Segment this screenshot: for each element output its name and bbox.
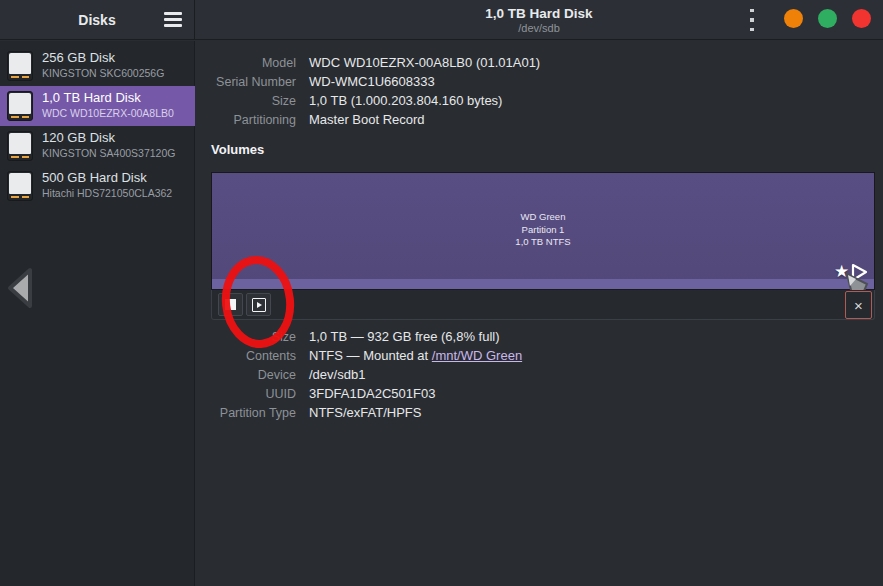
volume-info-row: Device /dev/sdb1 bbox=[196, 365, 522, 384]
sidebar-item-120gb-disk[interactable]: 120 GB Disk KINGSTON SA400S37120G bbox=[0, 126, 195, 166]
sidebar-header: Disks bbox=[0, 0, 195, 40]
info-label: Partition Type bbox=[196, 406, 296, 420]
volume-info-row: Contents NTFS — Mounted at /mnt/WD Green bbox=[196, 346, 522, 365]
disk-sidebar: 256 GB Disk KINGSTON SKC600256G 1,0 TB H… bbox=[0, 41, 195, 586]
header-title: 1,0 TB Hard Disk bbox=[485, 6, 592, 22]
drive-info-row: Model WDC WD10EZRX-00A8LB0 (01.01A01) bbox=[196, 53, 540, 72]
hamburger-menu-icon[interactable] bbox=[164, 12, 182, 27]
sidebar-item-1tb-hard-disk[interactable]: 1,0 TB Hard Disk WDC WD10EZRX-00A8LB0 bbox=[0, 86, 195, 126]
volumes-heading: Volumes bbox=[211, 142, 264, 157]
sidebar-item-256gb-disk[interactable]: 256 GB Disk KINGSTON SKC600256G bbox=[0, 46, 195, 86]
volume-info-row: UUID 3FDFA1DA2C501F03 bbox=[196, 384, 522, 403]
info-value: /dev/sdb1 bbox=[309, 367, 365, 382]
info-value: Master Boot Record bbox=[309, 112, 425, 127]
partition-size-fs: 1,0 TB NTFS bbox=[212, 236, 874, 249]
info-value: WDC WD10EZRX-00A8LB0 (01.01A01) bbox=[309, 55, 540, 70]
sidebar-item-500gb-hard-disk[interactable]: 500 GB Hard Disk Hitachi HDS721050CLA362 bbox=[0, 166, 195, 206]
hard-disk-icon bbox=[7, 171, 33, 201]
stop-icon bbox=[225, 299, 236, 310]
drive-info-grid: Model WDC WD10EZRX-00A8LB0 (01.01A01) Se… bbox=[196, 53, 540, 129]
info-label: Size bbox=[196, 330, 296, 344]
volume-info-grid: Size 1,0 TB — 932 GB free (6,8% full) Co… bbox=[196, 327, 522, 422]
info-label: Size bbox=[196, 94, 296, 108]
window-maximize-button[interactable] bbox=[818, 9, 837, 28]
info-value: NTFS/exFAT/HPFS bbox=[309, 405, 421, 420]
window-minimize-button[interactable] bbox=[784, 9, 803, 28]
disk-title: 120 GB Disk bbox=[42, 130, 115, 145]
mount-point-link[interactable]: /mnt/WD Green bbox=[432, 348, 522, 363]
info-label: Partitioning bbox=[196, 113, 296, 127]
info-label: Model bbox=[196, 56, 296, 70]
info-label: UUID bbox=[196, 387, 296, 401]
drive-info-row: Serial Number WD-WMC1U6608333 bbox=[196, 72, 540, 91]
hard-disk-icon bbox=[7, 51, 33, 81]
drive-info-row: Partitioning Master Boot Record bbox=[196, 110, 540, 129]
nav-back-arrow-icon[interactable] bbox=[6, 266, 34, 310]
close-icon: × bbox=[854, 297, 863, 314]
contents-text: NTFS — Mounted at bbox=[309, 348, 432, 363]
disk-subtitle: KINGSTON SKC600256G bbox=[42, 67, 164, 79]
partition-name: WD Green bbox=[212, 211, 874, 224]
volume-info-row: Partition Type NTFS/exFAT/HPFS bbox=[196, 403, 522, 422]
info-label: Serial Number bbox=[196, 75, 296, 89]
header-title-area: 1,0 TB Hard Disk /dev/sdb bbox=[195, 0, 883, 40]
window-close-button[interactable] bbox=[852, 9, 871, 28]
disk-title: 500 GB Hard Disk bbox=[42, 170, 147, 185]
disk-subtitle: WDC WD10EZRX-00A8LB0 bbox=[42, 107, 174, 119]
info-value: NTFS — Mounted at /mnt/WD Green bbox=[309, 348, 522, 363]
partition-usage-strip bbox=[212, 279, 874, 289]
disk-list: 256 GB Disk KINGSTON SKC600256G 1,0 TB H… bbox=[0, 46, 194, 206]
partition-label: WD Green Partition 1 1,0 TB NTFS bbox=[212, 211, 874, 249]
info-label: Device bbox=[196, 368, 296, 382]
info-label: Contents bbox=[196, 349, 296, 363]
disk-subtitle: Hitachi HDS721050CLA362 bbox=[42, 187, 172, 199]
hard-disk-icon bbox=[7, 91, 33, 121]
partition-number: Partition 1 bbox=[212, 224, 874, 237]
info-value: 1,0 TB (1.000.203.804.160 bytes) bbox=[309, 93, 502, 108]
kebab-menu-icon[interactable] bbox=[745, 9, 759, 31]
boxed-play-icon bbox=[252, 298, 266, 312]
header-subtitle: /dev/sdb bbox=[518, 22, 560, 35]
volume-toolbar bbox=[211, 290, 875, 320]
disk-subtitle: KINGSTON SA400S37120G bbox=[42, 147, 175, 159]
drive-info-row: Size 1,0 TB (1.000.203.804.160 bytes) bbox=[196, 91, 540, 110]
partition-options-button[interactable] bbox=[246, 293, 271, 316]
hard-disk-icon bbox=[7, 131, 33, 161]
close-overlay-button[interactable]: × bbox=[845, 291, 872, 319]
partition-block[interactable]: WD Green Partition 1 1,0 TB NTFS bbox=[211, 172, 875, 290]
info-value: 1,0 TB — 932 GB free (6,8% full) bbox=[309, 329, 500, 344]
unmount-button[interactable] bbox=[218, 293, 243, 316]
info-value: 3FDFA1DA2C501F03 bbox=[309, 386, 435, 401]
volume-info-row: Size 1,0 TB — 932 GB free (6,8% full) bbox=[196, 327, 522, 346]
headerbar: Disks 1,0 TB Hard Disk /dev/sdb bbox=[0, 0, 883, 40]
info-value: WD-WMC1U6608333 bbox=[309, 74, 435, 89]
disk-title: 256 GB Disk bbox=[42, 50, 115, 65]
disk-title: 1,0 TB Hard Disk bbox=[42, 90, 141, 105]
app-title: Disks bbox=[78, 12, 115, 28]
